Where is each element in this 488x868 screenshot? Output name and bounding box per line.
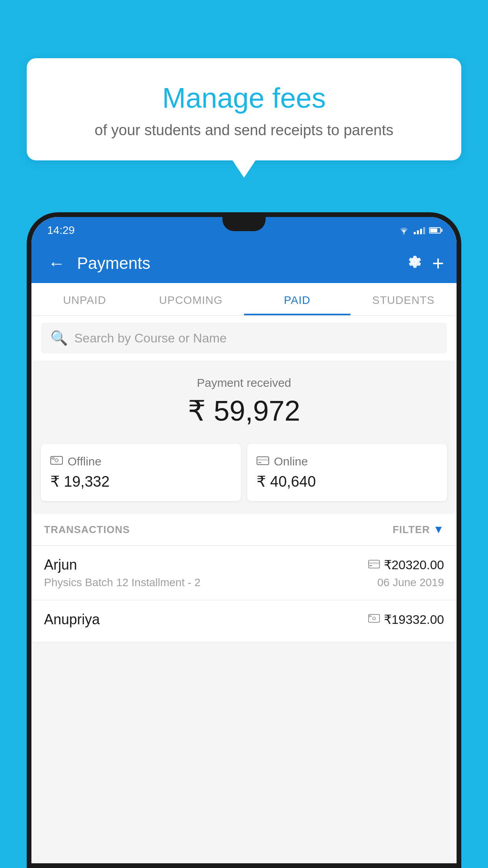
bubble-title: Manage fees [46,82,442,114]
phone-frame: 14:29 [27,212,461,868]
wifi-icon [398,226,410,235]
offline-payment-card: Offline ₹ 19,332 [41,444,241,501]
transaction-row[interactable]: Anupriya ₹19332.00 [31,600,457,642]
payment-cards: Offline ₹ 19,332 Online ₹ 4 [31,439,457,514]
search-container: 🔍 Search by Course or Name [31,316,457,360]
status-time: 14:29 [47,224,75,237]
search-icon: 🔍 [50,330,68,346]
bubble-subtitle: of your students and send receipts to pa… [46,122,442,139]
status-icons [398,226,441,235]
offline-card-header: Offline [50,455,231,468]
svg-rect-8 [369,562,380,564]
notch [222,217,266,231]
tab-unpaid[interactable]: UNPAID [31,283,138,315]
app-bar: ← Payments + [31,244,457,283]
status-bar: 14:29 [31,217,457,244]
transaction-top: Anupriya ₹19332.00 [44,611,444,628]
transaction-amount-wrapper: ₹19332.00 [368,612,444,627]
search-placeholder: Search by Course or Name [74,331,227,346]
speech-bubble-container: Manage fees of your students and send re… [27,58,461,160]
svg-rect-2 [52,458,54,459]
transaction-name: Arjun [44,557,77,573]
transaction-bottom: Physics Batch 12 Installment - 2 06 June… [44,576,444,589]
payment-total-amount: ₹ 59,972 [41,394,447,427]
online-payment-icon [257,455,269,468]
svg-point-12 [372,617,375,620]
offline-amount: ₹ 19,332 [50,473,231,490]
tab-paid[interactable]: PAID [244,283,350,315]
svg-rect-5 [257,459,269,461]
signal-icon [414,226,425,234]
offline-label: Offline [68,455,101,468]
app-title: Payments [77,254,398,273]
filter-icon: ▼ [433,523,444,536]
tabs-bar: UNPAID UPCOMING PAID STUDENTS [31,283,457,316]
svg-point-0 [404,234,405,235]
online-label: Online [274,455,308,468]
transaction-top: Arjun ₹20320.00 [44,557,444,573]
app-bar-actions: + [405,252,444,275]
tab-upcoming[interactable]: UPCOMING [138,283,244,315]
back-button[interactable]: ← [44,250,69,277]
transactions-label: TRANSACTIONS [44,524,130,536]
settings-button[interactable] [405,253,423,274]
svg-rect-9 [369,565,372,566]
transaction-course: Physics Batch 12 Installment - 2 [44,576,200,589]
svg-rect-6 [258,462,261,463]
online-payment-card: Online ₹ 40,640 [247,444,447,501]
speech-bubble: Manage fees of your students and send re… [27,58,461,160]
card-payment-icon [368,559,380,571]
payment-summary: Payment received ₹ 59,972 [31,360,457,439]
svg-point-3 [55,459,58,462]
transaction-amount: ₹19332.00 [384,612,444,627]
cash-payment-icon [368,613,380,626]
tab-students[interactable]: STUDENTS [350,283,457,315]
filter-label: FILTER [393,524,430,536]
search-input-wrapper[interactable]: 🔍 Search by Course or Name [41,323,447,353]
online-card-header: Online [257,455,438,468]
online-amount: ₹ 40,640 [257,473,438,490]
transaction-date: 06 June 2019 [377,576,444,589]
transactions-header: TRANSACTIONS FILTER ▼ [31,514,457,546]
filter-button[interactable]: FILTER ▼ [393,523,444,536]
phone-screen: 14:29 [31,217,457,863]
payment-received-label: Payment received [41,376,447,390]
transaction-amount-wrapper: ₹20320.00 [368,557,444,572]
battery-icon [429,227,441,234]
transaction-name: Anupriya [44,611,100,628]
transaction-amount: ₹20320.00 [384,557,444,572]
offline-payment-icon [50,455,63,468]
svg-rect-11 [369,616,371,617]
add-button[interactable]: + [432,252,444,275]
transaction-row[interactable]: Arjun ₹20320.00 Physics Batch 12 Install… [31,546,457,600]
